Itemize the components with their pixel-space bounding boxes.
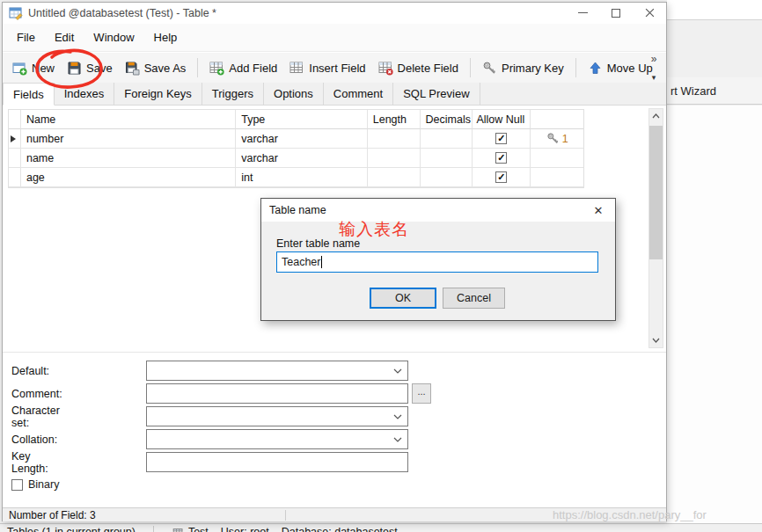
binary-option[interactable]: Binary: [11, 478, 59, 491]
key-length-input[interactable]: [146, 452, 408, 472]
default-combobox[interactable]: [146, 361, 408, 381]
add-field-button[interactable]: Add Field: [203, 57, 283, 79]
enter-table-name-label: Enter table name: [276, 237, 360, 250]
status-divider: [153, 526, 154, 532]
field-decimals-cell[interactable]: [421, 129, 473, 149]
connection-name: Test: [188, 526, 209, 532]
menu-edit[interactable]: Edit: [46, 26, 83, 48]
allow-null-cell[interactable]: ✓: [473, 129, 531, 149]
grid-header-decimals[interactable]: Decimals: [421, 110, 473, 129]
field-type-cell[interactable]: int: [236, 168, 368, 187]
dialog-title: Table name: [269, 204, 326, 216]
field-length-cell[interactable]: [368, 129, 421, 149]
primary-key-button[interactable]: Primary Key: [476, 57, 570, 79]
field-length-cell[interactable]: [368, 168, 421, 187]
scrollbar-track[interactable]: [649, 123, 663, 333]
field-name-cell[interactable]: number: [21, 129, 236, 149]
tab-fields[interactable]: Fields: [3, 83, 55, 106]
menu-window[interactable]: Window: [84, 26, 143, 48]
chevron-down-icon: [393, 368, 402, 374]
table-name-dialog: Table name ✕ 输入表名 Enter table name Teach…: [260, 198, 616, 321]
comment-ellipsis-button[interactable]: ...: [412, 383, 431, 404]
table-window-icon: [9, 6, 23, 20]
allow-null-cell[interactable]: ✓: [473, 149, 531, 168]
move-up-icon: [588, 61, 603, 76]
vertical-scrollbar[interactable]: [648, 108, 663, 348]
menu-help[interactable]: Help: [145, 26, 187, 48]
delete-field-label: Delete Field: [398, 62, 458, 75]
tab-bar: Fields Indexes Foreign Keys Triggers Opt…: [3, 83, 666, 106]
tab-options[interactable]: Options: [264, 83, 324, 105]
new-button[interactable]: New: [6, 57, 61, 79]
tab-sql-preview[interactable]: SQL Preview: [393, 83, 480, 105]
table-name-input[interactable]: Teacher: [276, 251, 598, 273]
field-type-cell[interactable]: varchar: [236, 149, 368, 168]
save-as-label: Save As: [144, 62, 187, 75]
key-order-number: 1: [562, 133, 568, 145]
window-title: Untitled @databasetest (Test) - Table *: [28, 7, 566, 19]
insert-field-label: Insert Field: [309, 62, 365, 75]
tab-comment[interactable]: Comment: [324, 83, 393, 105]
scroll-up-button[interactable]: [649, 109, 663, 123]
grid-header-allow-null[interactable]: Allow Null: [473, 110, 531, 129]
insert-field-icon: [289, 61, 304, 76]
row-marker-cell: [9, 168, 21, 187]
background-wizard-button[interactable]: rt Wizard: [667, 77, 762, 105]
close-button[interactable]: [633, 3, 666, 23]
ok-button[interactable]: OK: [370, 288, 436, 309]
primary-key-icon: [482, 61, 497, 76]
field-name-cell[interactable]: name: [21, 149, 236, 168]
grid-header-name[interactable]: Name: [21, 110, 236, 129]
toolbar-overflow-button[interactable]: » ▾: [647, 55, 661, 81]
add-field-icon: [209, 61, 224, 76]
comment-input[interactable]: [146, 383, 408, 404]
background-window-strip: [667, 0, 762, 20]
allow-null-cell[interactable]: ✓: [473, 168, 531, 187]
charset-combobox[interactable]: [146, 406, 408, 426]
minimize-icon: [578, 12, 588, 13]
field-count-status: Number of Field: 3: [3, 509, 96, 521]
tab-indexes[interactable]: Indexes: [55, 83, 115, 105]
toolbar-separator: [470, 58, 471, 77]
tab-triggers[interactable]: Triggers: [202, 83, 264, 105]
row-key-icon: [546, 132, 560, 145]
allow-null-checkbox[interactable]: ✓: [495, 133, 507, 144]
field-properties-panel: Default: Comment: ... Character set:: [3, 352, 666, 507]
connection-status: Test: [172, 526, 209, 532]
grid-header-type[interactable]: Type: [236, 110, 368, 129]
cancel-button[interactable]: Cancel: [443, 288, 505, 309]
chevron-down-icon: [393, 437, 402, 442]
dialog-title-bar[interactable]: Table name: [261, 199, 615, 222]
scrollbar-thumb[interactable]: [649, 126, 663, 259]
field-length-cell[interactable]: [368, 149, 421, 168]
dialog-close-button[interactable]: ✕: [587, 201, 610, 219]
maximize-button[interactable]: [599, 3, 633, 23]
field-decimals-cell[interactable]: [421, 168, 473, 187]
allow-null-checkbox[interactable]: ✓: [495, 152, 507, 164]
add-field-label: Add Field: [229, 62, 277, 75]
tab-foreign-keys[interactable]: Foreign Keys: [114, 83, 202, 105]
grid-header-length[interactable]: Length: [368, 110, 421, 129]
save-as-button[interactable]: Save As: [119, 57, 193, 79]
table-row[interactable]: name varchar ✓: [9, 149, 583, 168]
default-label: Default:: [11, 365, 49, 377]
save-button[interactable]: Save: [61, 57, 119, 79]
field-decimals-cell[interactable]: [421, 149, 473, 168]
minimize-button[interactable]: [566, 3, 599, 23]
allow-null-checkbox[interactable]: ✓: [495, 171, 507, 183]
binary-checkbox[interactable]: [11, 479, 23, 491]
move-up-label: Move Up: [607, 62, 653, 75]
table-row[interactable]: age int ✓: [9, 168, 583, 187]
menu-file[interactable]: File: [8, 26, 44, 48]
table-row[interactable]: number varchar ✓ 1: [9, 129, 583, 149]
menu-bar: File Edit Window Help: [3, 24, 666, 52]
insert-field-button[interactable]: Insert Field: [283, 57, 371, 79]
title-bar[interactable]: Untitled @databasetest (Test) - Table *: [3, 3, 666, 23]
collation-combobox[interactable]: [146, 429, 408, 449]
field-name-cell[interactable]: age: [21, 168, 236, 187]
connection-icon: [172, 527, 185, 532]
field-type-cell[interactable]: varchar: [236, 129, 368, 149]
key-length-label: Key Length:: [11, 450, 48, 475]
scroll-down-button[interactable]: [649, 333, 663, 347]
delete-field-button[interactable]: Delete Field: [372, 57, 465, 79]
